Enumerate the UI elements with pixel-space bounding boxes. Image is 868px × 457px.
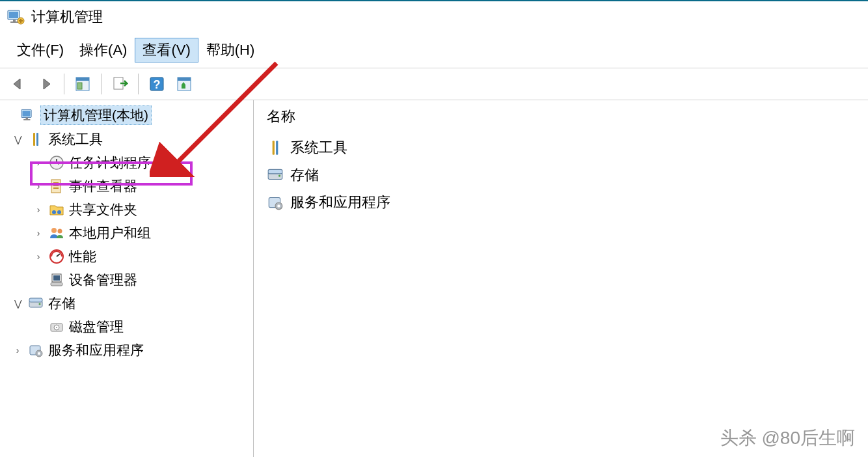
- svg-rect-1: [9, 12, 18, 18]
- properties-button[interactable]: [172, 72, 196, 96]
- svg-rect-15: [182, 85, 185, 89]
- tools-icon: [27, 131, 44, 148]
- tree-device-manager[interactable]: 设备管理器: [0, 268, 253, 292]
- tree-label: 存储: [48, 294, 75, 312]
- shared-folder-icon: [48, 201, 65, 218]
- tree-event-viewer[interactable]: › 事件查看器: [0, 174, 253, 198]
- tree-system-tools[interactable]: ⋁ 系统工具: [0, 128, 253, 151]
- tree-shared-folders[interactable]: › 共享文件夹: [0, 198, 253, 221]
- menu-bar: 文件(F) 操作(A) 查看(V) 帮助(H): [0, 33, 868, 68]
- window-title: 计算机管理: [31, 7, 103, 27]
- chevron-right-icon[interactable]: ›: [33, 158, 44, 168]
- chevron-right-icon[interactable]: ›: [33, 204, 44, 215]
- chevron-right-icon[interactable]: ›: [33, 181, 44, 191]
- svg-point-27: [52, 210, 56, 214]
- tree-label: 服务和应用程序: [48, 341, 144, 359]
- storage-icon: [27, 295, 44, 312]
- tree-performance[interactable]: › 性能: [0, 245, 253, 268]
- toolbar-separator: [64, 74, 64, 94]
- svg-rect-2: [13, 20, 16, 21]
- svg-rect-45: [276, 141, 278, 155]
- performance-icon: [48, 248, 65, 265]
- chevron-down-icon[interactable]: ⋁: [12, 298, 23, 309]
- chevron-right-icon[interactable]: ›: [12, 345, 23, 355]
- list-item-storage[interactable]: 存储: [267, 161, 855, 189]
- tree-label: 事件查看器: [69, 177, 137, 195]
- svg-rect-9: [77, 83, 82, 89]
- content-area: 计算机管理(本地) ⋁ 系统工具 › 任务计划程序 › 事件查看器 ›: [0, 100, 868, 457]
- svg-rect-33: [53, 275, 60, 281]
- svg-rect-34: [51, 283, 62, 286]
- svg-rect-21: [36, 133, 38, 146]
- svg-point-43: [38, 352, 40, 355]
- disk-icon: [48, 318, 65, 335]
- tree-label: 设备管理器: [69, 271, 137, 289]
- forward-button[interactable]: [34, 72, 57, 96]
- svg-rect-25: [53, 185, 59, 186]
- list-pane: 名称 系统工具 存储 服务和应用程序: [254, 100, 868, 457]
- show-hide-tree-button[interactable]: [71, 72, 94, 96]
- svg-rect-26: [53, 187, 59, 189]
- tree-task-scheduler[interactable]: › 任务计划程序: [0, 151, 253, 174]
- svg-point-29: [51, 228, 57, 233]
- help-button[interactable]: ?: [145, 72, 169, 96]
- tree-storage[interactable]: ⋁ 存储: [0, 292, 253, 315]
- tree-disk-management[interactable]: 磁盘管理: [0, 315, 253, 339]
- svg-rect-8: [76, 77, 89, 81]
- svg-text:?: ?: [154, 78, 161, 91]
- list-item-label: 系统工具: [290, 138, 347, 158]
- menu-file[interactable]: 文件(F): [9, 38, 72, 62]
- tree-label: 计算机管理(本地): [40, 105, 152, 125]
- computer-management-icon: [7, 8, 25, 26]
- menu-help[interactable]: 帮助(H): [198, 38, 263, 62]
- menu-view[interactable]: 查看(V): [135, 38, 198, 62]
- list-item-system-tools[interactable]: 系统工具: [267, 134, 855, 161]
- chevron-down-icon[interactable]: ⋁: [12, 134, 23, 145]
- toolbar-separator: [138, 74, 139, 94]
- svg-point-30: [58, 229, 62, 234]
- chevron-right-icon[interactable]: ›: [33, 228, 44, 238]
- menu-action[interactable]: 操作(A): [72, 38, 135, 62]
- svg-rect-3: [10, 21, 18, 23]
- svg-rect-14: [178, 77, 191, 81]
- computer-management-icon: [20, 107, 36, 124]
- tree-services-apps[interactable]: › 服务和应用程序: [0, 339, 253, 362]
- list-item-label: 存储: [290, 165, 319, 185]
- svg-rect-48: [268, 169, 282, 174]
- device-manager-icon: [48, 271, 65, 288]
- tree-label: 系统工具: [48, 130, 103, 148]
- tree-root[interactable]: 计算机管理(本地): [0, 103, 253, 128]
- back-button[interactable]: [7, 72, 30, 96]
- svg-point-28: [57, 210, 61, 214]
- export-button[interactable]: [108, 72, 131, 96]
- tree-local-users[interactable]: › 本地用户和组: [0, 221, 253, 245]
- tree-label: 任务计划程序: [69, 154, 151, 172]
- list-item-services-apps[interactable]: 服务和应用程序: [267, 189, 855, 216]
- svg-rect-37: [29, 298, 42, 302]
- tree-label: 共享文件夹: [69, 201, 137, 219]
- event-viewer-icon: [48, 178, 65, 195]
- svg-point-51: [277, 204, 280, 207]
- title-bar: 计算机管理: [0, 1, 868, 33]
- tree-label: 性能: [69, 247, 96, 266]
- svg-rect-44: [273, 141, 275, 155]
- tree-label: 本地用户和组: [69, 224, 151, 242]
- list-item-label: 服务和应用程序: [290, 193, 390, 212]
- chevron-right-icon[interactable]: ›: [33, 251, 44, 262]
- tools-icon: [267, 139, 284, 156]
- tree-pane: 计算机管理(本地) ⋁ 系统工具 › 任务计划程序 › 事件查看器 ›: [0, 100, 254, 457]
- toolbar-separator: [101, 74, 102, 94]
- users-icon: [48, 225, 65, 242]
- watermark: 头杀 @80后生啊: [720, 426, 855, 450]
- svg-rect-18: [26, 117, 28, 119]
- storage-icon: [267, 167, 284, 184]
- column-header-name[interactable]: 名称: [267, 107, 855, 134]
- svg-rect-17: [22, 111, 30, 117]
- svg-rect-6: [19, 20, 23, 21]
- svg-point-47: [278, 174, 280, 176]
- svg-point-40: [56, 327, 57, 328]
- svg-point-36: [39, 303, 41, 305]
- services-icon: [27, 342, 44, 359]
- svg-rect-19: [23, 119, 30, 120]
- toolbar: ?: [0, 68, 868, 100]
